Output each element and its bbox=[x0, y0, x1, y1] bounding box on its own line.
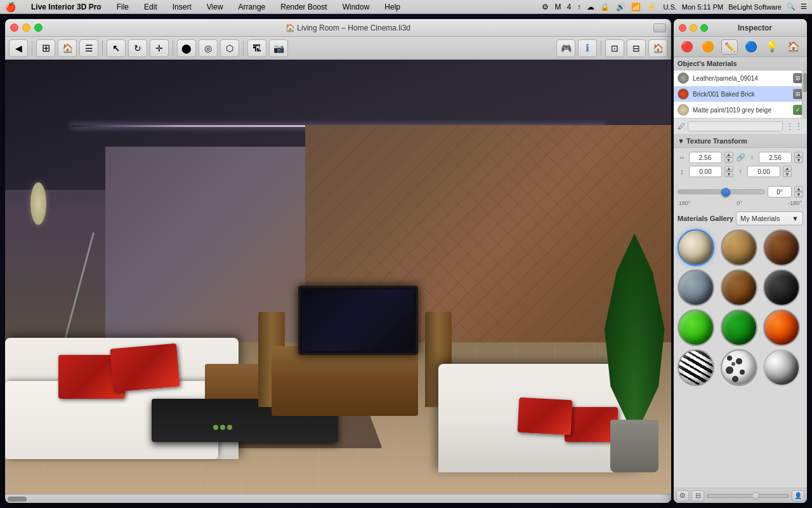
3d-view-button[interactable]: 🏠 bbox=[58, 39, 77, 57]
inspector-tab-render[interactable]: 🟠 bbox=[700, 39, 716, 55]
inspector-maximize[interactable] bbox=[700, 24, 708, 32]
plant bbox=[605, 234, 665, 472]
menu-icon[interactable]: ☰ bbox=[801, 3, 807, 11]
material-search-input[interactable] bbox=[688, 121, 783, 131]
link-icon[interactable]: 🔗 bbox=[736, 153, 745, 162]
view-menu[interactable]: View bbox=[204, 1, 226, 13]
ring-button[interactable]: ◎ bbox=[199, 39, 218, 57]
v-scale-input[interactable] bbox=[759, 152, 792, 163]
gallery-ball-wood-light[interactable] bbox=[721, 229, 757, 266]
cylinder-button[interactable]: ⬡ bbox=[220, 39, 239, 57]
inspector-minimize[interactable] bbox=[690, 24, 697, 32]
bottom-bar bbox=[5, 494, 671, 503]
floor-plan-button[interactable]: ⊞ bbox=[36, 39, 55, 57]
material-item-2[interactable]: Brick/001 Baked Brick ⊞ bbox=[674, 86, 807, 102]
gallery-ball-brown[interactable] bbox=[721, 269, 757, 306]
edit-menu[interactable]: Edit bbox=[141, 1, 160, 13]
sphere-button[interactable]: ⬤ bbox=[177, 39, 196, 57]
inspector-tab-object[interactable]: 🔴 bbox=[679, 39, 695, 55]
view1-button[interactable]: ⊡ bbox=[605, 39, 624, 57]
materials-scrollbar-thumb[interactable] bbox=[803, 73, 807, 92]
camera-button[interactable]: 📷 bbox=[269, 39, 288, 57]
gallery-settings-button[interactable]: ⚙ bbox=[676, 490, 689, 502]
texture-transform-toggle[interactable]: ▼ bbox=[678, 137, 686, 145]
eyedropper-icon[interactable]: 🖊 bbox=[678, 122, 685, 131]
inspector-tab-light[interactable]: 💡 bbox=[764, 39, 780, 55]
gallery-ball-zebra[interactable] bbox=[678, 349, 714, 386]
gallery-dropdown[interactable]: My Materials ▼ bbox=[736, 211, 803, 225]
select-tool-button[interactable]: ↖ bbox=[107, 39, 126, 57]
rotation-mid-label: 0° bbox=[737, 200, 742, 206]
list-view-button[interactable]: ☰ bbox=[79, 39, 98, 57]
inspector-title: Inspector bbox=[708, 23, 802, 32]
move-tool-button[interactable]: ✛ bbox=[150, 39, 169, 57]
h-scale-input[interactable] bbox=[689, 152, 722, 163]
h-offset-up[interactable]: ▲ bbox=[724, 166, 733, 171]
inspector-tab-room[interactable]: 🏠 bbox=[785, 39, 802, 55]
gallery-ball-black[interactable] bbox=[763, 269, 800, 306]
material-menu-dots[interactable]: ⋮⋮ bbox=[785, 121, 803, 131]
inspector-tab-material[interactable]: ✏️ bbox=[721, 39, 738, 55]
v-offset-down[interactable]: ▼ bbox=[783, 171, 792, 177]
help-menu[interactable]: Help bbox=[382, 1, 403, 13]
info-button[interactable]: ℹ bbox=[578, 39, 597, 57]
material-item-3[interactable]: Matte paint/1019 grey beige ✓ bbox=[674, 102, 807, 118]
gallery-ball-green-bright[interactable] bbox=[678, 309, 714, 346]
materials-scrollbar[interactable] bbox=[802, 70, 807, 118]
maximize-button[interactable] bbox=[34, 23, 43, 32]
rotation-up[interactable]: ▲ bbox=[794, 186, 803, 192]
rotation-input[interactable] bbox=[768, 186, 792, 197]
v-scale-up[interactable]: ▲ bbox=[794, 152, 803, 157]
back-button[interactable]: ◀ bbox=[9, 39, 28, 57]
arrange-menu[interactable]: Arrange bbox=[236, 1, 268, 13]
build-button[interactable]: 🏗 bbox=[247, 39, 266, 57]
gallery-ball-green-dark[interactable] bbox=[721, 309, 757, 346]
material-swatch-1 bbox=[678, 72, 689, 84]
close-button[interactable] bbox=[10, 23, 18, 32]
h-scale-down[interactable]: ▼ bbox=[724, 157, 733, 163]
apple-menu[interactable]: 🍎 bbox=[5, 2, 16, 12]
scroll-indicator[interactable] bbox=[8, 497, 27, 502]
gallery-list-button[interactable]: ⊟ bbox=[691, 490, 704, 502]
gallery-info-button[interactable]: 👤 bbox=[792, 490, 804, 502]
inspector-close[interactable] bbox=[679, 24, 686, 32]
view2-button[interactable]: ⊟ bbox=[627, 39, 646, 57]
gallery-ball-marble[interactable] bbox=[678, 269, 714, 306]
tv bbox=[298, 286, 418, 355]
h-offset-down[interactable]: ▼ bbox=[724, 171, 733, 177]
canvas-area[interactable] bbox=[5, 60, 671, 494]
inspector-tab-color[interactable]: 🔵 bbox=[743, 39, 759, 55]
house-button[interactable]: 🏠 bbox=[648, 39, 667, 57]
v-offset-icon: I bbox=[736, 168, 745, 175]
render-3d-button[interactable]: 🎮 bbox=[556, 39, 575, 57]
search-icon[interactable]: 🔍 bbox=[787, 3, 796, 11]
window-collapse-button[interactable] bbox=[653, 23, 666, 32]
plant-leaves bbox=[605, 234, 665, 425]
v-offset-input[interactable] bbox=[747, 166, 780, 177]
material-item-1[interactable]: Leather/pamela_09014 ⊞ bbox=[674, 70, 807, 86]
gallery-size-thumb[interactable] bbox=[752, 492, 759, 500]
file-menu[interactable]: File bbox=[114, 1, 131, 13]
rotation-slider-thumb[interactable] bbox=[721, 188, 730, 197]
rotation-down[interactable]: ▼ bbox=[794, 192, 803, 197]
v-scale-down[interactable]: ▼ bbox=[794, 157, 803, 163]
gallery-ball-wood-dark[interactable] bbox=[763, 229, 800, 266]
texture-transform-label: Texture Transform bbox=[686, 137, 747, 145]
gallery-ball-fire[interactable] bbox=[763, 309, 800, 346]
menubar-icons: ⚙ M 4 ↑ ☁ 🔒 🔊 📶 ⚡ bbox=[542, 3, 658, 11]
gallery-ball-spots[interactable] bbox=[721, 349, 757, 386]
gallery-ball-beige[interactable] bbox=[678, 229, 714, 266]
window-menu[interactable]: Window bbox=[340, 1, 372, 13]
gallery-size-slider[interactable] bbox=[707, 494, 789, 498]
render-boost-menu[interactable]: Render Boost bbox=[278, 1, 329, 13]
locale: U.S. bbox=[663, 3, 676, 11]
app-name-menu[interactable]: Live Interior 3D Pro bbox=[29, 1, 104, 13]
insert-menu[interactable]: Insert bbox=[170, 1, 194, 13]
rotation-slider-track[interactable] bbox=[678, 189, 765, 194]
minimize-button[interactable] bbox=[22, 23, 30, 32]
rotate-tool-button[interactable]: ↻ bbox=[128, 39, 147, 57]
v-offset-up[interactable]: ▲ bbox=[783, 166, 792, 171]
h-scale-up[interactable]: ▲ bbox=[724, 152, 733, 157]
h-offset-input[interactable] bbox=[689, 166, 722, 177]
gallery-ball-chrome[interactable] bbox=[763, 349, 800, 386]
